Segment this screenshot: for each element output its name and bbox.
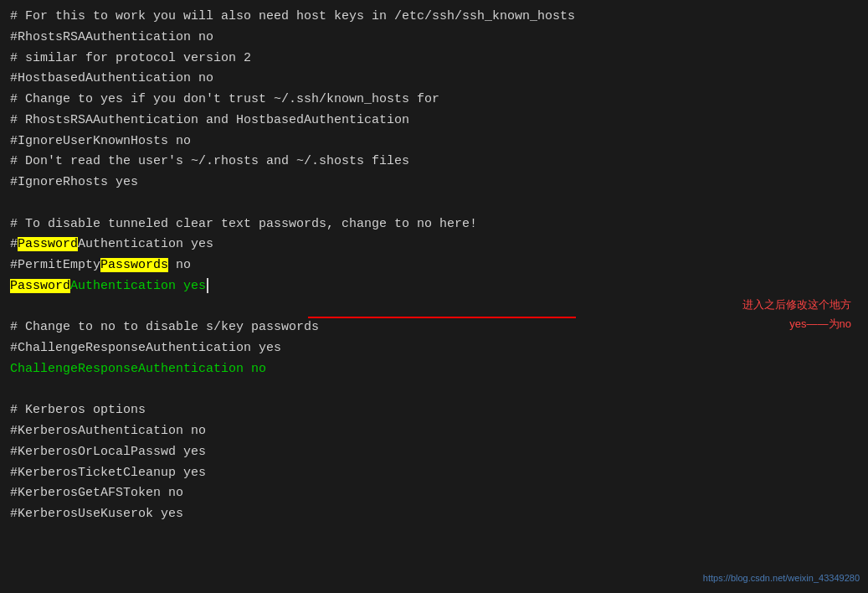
line-13: #PermitEmptyPasswords no xyxy=(10,255,858,276)
highlight-password-2: Password xyxy=(10,279,70,293)
annotation-arrow xyxy=(308,317,576,318)
line-3: # similar for protocol version 2 xyxy=(10,49,858,70)
line-9: #IgnoreRhosts yes xyxy=(10,173,858,193)
line-18: ChallengeResponseAuthentication no xyxy=(10,359,858,380)
line-12: #PasswordAuthentication yes xyxy=(10,235,858,255)
line-14: PasswordAuthentication yes xyxy=(10,276,858,297)
line-20: # Kerberos options xyxy=(10,400,858,421)
highlight-password-1: Password xyxy=(18,237,78,251)
line-7: #IgnoreUserKnownHosts no xyxy=(10,131,858,152)
line-8: # Don't read the user's ~/.rhosts and ~/… xyxy=(10,152,858,173)
line-19 xyxy=(10,380,858,401)
line-24: #KerberosGetAFSToken no xyxy=(10,483,858,504)
line-16: # Change to no to disable s/key password… xyxy=(10,317,858,338)
line-1: # For this to work you will also need ho… xyxy=(10,7,858,28)
line-23: #KerberosTicketCleanup yes xyxy=(10,463,858,484)
line-15 xyxy=(10,297,858,318)
line-2: #RhostsRSAAuthentication no xyxy=(10,28,858,49)
watermark: https://blog.csdn.net/weixin_43349280 xyxy=(703,571,860,586)
line-22: #KerberosOrLocalPasswd yes xyxy=(10,442,858,463)
text-cursor xyxy=(207,278,208,293)
code-container: # For this to work you will also need ho… xyxy=(0,0,868,593)
line-17: #ChallengeResponseAuthentication yes xyxy=(10,338,858,359)
annotation-container: 进入之后修改这个地方 yes——为no xyxy=(742,296,851,333)
annotation-bottom-text: yes——为no xyxy=(789,316,851,333)
line-4: #HostbasedAuthentication no xyxy=(10,69,858,90)
line-10 xyxy=(10,193,858,214)
line-5: # Change to yes if you don't trust ~/.ss… xyxy=(10,90,858,111)
line-6: # RhostsRSAAuthentication and HostbasedA… xyxy=(10,111,858,131)
annotation-top-text: 进入之后修改这个地方 xyxy=(742,296,851,314)
line-25: #KerberosUseKuserok yes xyxy=(10,504,858,525)
line-11: # To disable tunneled clear text passwor… xyxy=(10,214,858,235)
highlight-passwords-1: Passwords xyxy=(100,258,168,272)
line-21: #KerberosAuthentication no xyxy=(10,421,858,442)
